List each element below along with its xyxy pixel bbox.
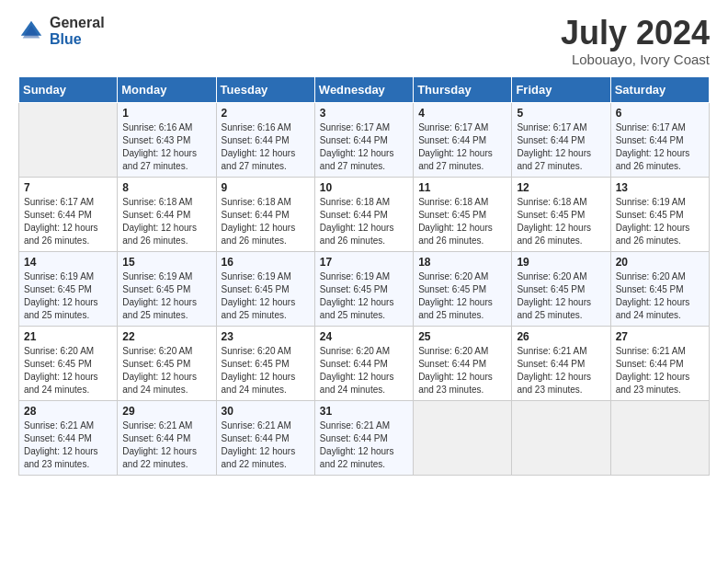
day-number: 23 bbox=[222, 330, 310, 343]
calendar-cell: 28Sunrise: 6:21 AMSunset: 6:44 PMDayligh… bbox=[19, 400, 118, 475]
day-info: Sunrise: 6:20 AMSunset: 6:45 PMDaylight:… bbox=[418, 270, 506, 322]
day-info: Sunrise: 6:21 AMSunset: 6:44 PMDaylight:… bbox=[320, 419, 408, 471]
day-info: Sunrise: 6:17 AMSunset: 6:44 PMDaylight:… bbox=[517, 121, 605, 173]
day-number: 6 bbox=[616, 107, 704, 120]
calendar-table: SundayMondayTuesdayWednesdayThursdayFrid… bbox=[18, 76, 710, 476]
day-info: Sunrise: 6:21 AMSunset: 6:44 PMDaylight:… bbox=[24, 419, 112, 471]
calendar-cell: 8Sunrise: 6:18 AMSunset: 6:44 PMDaylight… bbox=[118, 177, 216, 251]
day-number: 4 bbox=[418, 107, 506, 120]
weekday-header: Tuesday bbox=[216, 76, 314, 102]
day-number: 31 bbox=[320, 405, 408, 418]
header: General Blue July 2024 Lobouayo, Ivory C… bbox=[18, 15, 710, 67]
day-info: Sunrise: 6:17 AMSunset: 6:44 PMDaylight:… bbox=[320, 121, 408, 173]
day-info: Sunrise: 6:18 AMSunset: 6:45 PMDaylight:… bbox=[418, 196, 506, 247]
weekday-header: Saturday bbox=[610, 76, 709, 102]
logo-text: General Blue bbox=[50, 15, 105, 47]
day-info: Sunrise: 6:18 AMSunset: 6:45 PMDaylight:… bbox=[517, 196, 605, 247]
day-info: Sunrise: 6:21 AMSunset: 6:44 PMDaylight:… bbox=[222, 419, 310, 471]
weekday-row: SundayMondayTuesdayWednesdayThursdayFrid… bbox=[19, 76, 710, 102]
calendar-cell: 19Sunrise: 6:20 AMSunset: 6:45 PMDayligh… bbox=[512, 251, 610, 326]
day-info: Sunrise: 6:21 AMSunset: 6:44 PMDaylight:… bbox=[122, 419, 210, 471]
day-number: 9 bbox=[222, 181, 310, 194]
day-number: 30 bbox=[222, 405, 310, 418]
calendar-cell bbox=[610, 400, 709, 475]
calendar-cell: 24Sunrise: 6:20 AMSunset: 6:44 PMDayligh… bbox=[314, 326, 413, 400]
day-info: Sunrise: 6:16 AMSunset: 6:44 PMDaylight:… bbox=[222, 121, 310, 173]
day-number: 20 bbox=[616, 256, 704, 269]
calendar-cell: 7Sunrise: 6:17 AMSunset: 6:44 PMDaylight… bbox=[19, 177, 118, 251]
day-info: Sunrise: 6:19 AMSunset: 6:45 PMDaylight:… bbox=[320, 270, 408, 322]
calendar-cell: 14Sunrise: 6:19 AMSunset: 6:45 PMDayligh… bbox=[19, 251, 118, 326]
day-number: 11 bbox=[418, 181, 506, 194]
day-number: 2 bbox=[222, 107, 310, 120]
day-info: Sunrise: 6:21 AMSunset: 6:44 PMDaylight:… bbox=[616, 345, 704, 396]
day-info: Sunrise: 6:20 AMSunset: 6:45 PMDaylight:… bbox=[517, 270, 605, 322]
calendar-cell: 3Sunrise: 6:17 AMSunset: 6:44 PMDaylight… bbox=[314, 102, 413, 177]
calendar-cell: 23Sunrise: 6:20 AMSunset: 6:45 PMDayligh… bbox=[216, 326, 314, 400]
logo-icon bbox=[18, 18, 44, 44]
calendar-cell: 6Sunrise: 6:17 AMSunset: 6:44 PMDaylight… bbox=[610, 102, 709, 177]
day-info: Sunrise: 6:20 AMSunset: 6:45 PMDaylight:… bbox=[24, 345, 112, 396]
weekday-header: Friday bbox=[512, 76, 610, 102]
day-number: 12 bbox=[517, 181, 605, 194]
day-number: 16 bbox=[222, 256, 310, 269]
day-info: Sunrise: 6:17 AMSunset: 6:44 PMDaylight:… bbox=[616, 121, 704, 173]
day-number: 21 bbox=[24, 330, 112, 343]
day-info: Sunrise: 6:19 AMSunset: 6:45 PMDaylight:… bbox=[222, 270, 310, 322]
day-number: 25 bbox=[418, 330, 506, 343]
calendar-cell: 2Sunrise: 6:16 AMSunset: 6:44 PMDaylight… bbox=[216, 102, 314, 177]
day-info: Sunrise: 6:19 AMSunset: 6:45 PMDaylight:… bbox=[616, 196, 704, 247]
day-number: 7 bbox=[24, 181, 112, 194]
calendar-cell: 31Sunrise: 6:21 AMSunset: 6:44 PMDayligh… bbox=[314, 400, 413, 475]
calendar-cell: 11Sunrise: 6:18 AMSunset: 6:45 PMDayligh… bbox=[414, 177, 512, 251]
day-info: Sunrise: 6:21 AMSunset: 6:44 PMDaylight:… bbox=[517, 345, 605, 396]
calendar-cell: 21Sunrise: 6:20 AMSunset: 6:45 PMDayligh… bbox=[19, 326, 118, 400]
calendar-week-row: 7Sunrise: 6:17 AMSunset: 6:44 PMDaylight… bbox=[19, 177, 710, 251]
day-info: Sunrise: 6:19 AMSunset: 6:45 PMDaylight:… bbox=[24, 270, 112, 322]
day-info: Sunrise: 6:20 AMSunset: 6:45 PMDaylight:… bbox=[222, 345, 310, 396]
day-info: Sunrise: 6:20 AMSunset: 6:45 PMDaylight:… bbox=[616, 270, 704, 322]
day-number: 8 bbox=[122, 181, 210, 194]
calendar-cell: 12Sunrise: 6:18 AMSunset: 6:45 PMDayligh… bbox=[512, 177, 610, 251]
day-number: 26 bbox=[517, 330, 605, 343]
day-number: 1 bbox=[122, 107, 210, 120]
calendar-cell: 9Sunrise: 6:18 AMSunset: 6:44 PMDaylight… bbox=[216, 177, 314, 251]
day-info: Sunrise: 6:16 AMSunset: 6:43 PMDaylight:… bbox=[122, 121, 210, 173]
weekday-header: Thursday bbox=[414, 76, 512, 102]
day-number: 19 bbox=[517, 256, 605, 269]
day-number: 5 bbox=[517, 107, 605, 120]
day-number: 29 bbox=[122, 405, 210, 418]
day-number: 10 bbox=[320, 181, 408, 194]
calendar-week-row: 28Sunrise: 6:21 AMSunset: 6:44 PMDayligh… bbox=[19, 400, 710, 475]
day-number: 27 bbox=[616, 330, 704, 343]
calendar-cell: 17Sunrise: 6:19 AMSunset: 6:45 PMDayligh… bbox=[314, 251, 413, 326]
calendar-week-row: 21Sunrise: 6:20 AMSunset: 6:45 PMDayligh… bbox=[19, 326, 710, 400]
day-number: 13 bbox=[616, 181, 704, 194]
day-info: Sunrise: 6:17 AMSunset: 6:44 PMDaylight:… bbox=[24, 196, 112, 247]
day-number: 14 bbox=[24, 256, 112, 269]
calendar-cell: 25Sunrise: 6:20 AMSunset: 6:44 PMDayligh… bbox=[414, 326, 512, 400]
day-info: Sunrise: 6:18 AMSunset: 6:44 PMDaylight:… bbox=[222, 196, 310, 247]
title-block: July 2024 Lobouayo, Ivory Coast bbox=[561, 15, 710, 67]
page: General Blue July 2024 Lobouayo, Ivory C… bbox=[0, 0, 728, 490]
calendar-cell: 16Sunrise: 6:19 AMSunset: 6:45 PMDayligh… bbox=[216, 251, 314, 326]
weekday-header: Monday bbox=[118, 76, 216, 102]
day-info: Sunrise: 6:20 AMSunset: 6:44 PMDaylight:… bbox=[418, 345, 506, 396]
calendar-cell: 27Sunrise: 6:21 AMSunset: 6:44 PMDayligh… bbox=[610, 326, 709, 400]
calendar-body: 1Sunrise: 6:16 AMSunset: 6:43 PMDaylight… bbox=[19, 102, 710, 475]
day-number: 15 bbox=[122, 256, 210, 269]
day-number: 28 bbox=[24, 405, 112, 418]
calendar-week-row: 14Sunrise: 6:19 AMSunset: 6:45 PMDayligh… bbox=[19, 251, 710, 326]
day-info: Sunrise: 6:20 AMSunset: 6:44 PMDaylight:… bbox=[320, 345, 408, 396]
calendar-cell: 18Sunrise: 6:20 AMSunset: 6:45 PMDayligh… bbox=[414, 251, 512, 326]
calendar-header: SundayMondayTuesdayWednesdayThursdayFrid… bbox=[19, 76, 710, 102]
calendar-cell: 4Sunrise: 6:17 AMSunset: 6:44 PMDaylight… bbox=[414, 102, 512, 177]
day-number: 18 bbox=[418, 256, 506, 269]
calendar-cell: 30Sunrise: 6:21 AMSunset: 6:44 PMDayligh… bbox=[216, 400, 314, 475]
weekday-header: Wednesday bbox=[314, 76, 413, 102]
calendar-cell bbox=[19, 102, 118, 177]
calendar-cell: 29Sunrise: 6:21 AMSunset: 6:44 PMDayligh… bbox=[118, 400, 216, 475]
calendar-cell: 5Sunrise: 6:17 AMSunset: 6:44 PMDaylight… bbox=[512, 102, 610, 177]
day-info: Sunrise: 6:17 AMSunset: 6:44 PMDaylight:… bbox=[418, 121, 506, 173]
logo-general-text: General bbox=[50, 15, 105, 31]
